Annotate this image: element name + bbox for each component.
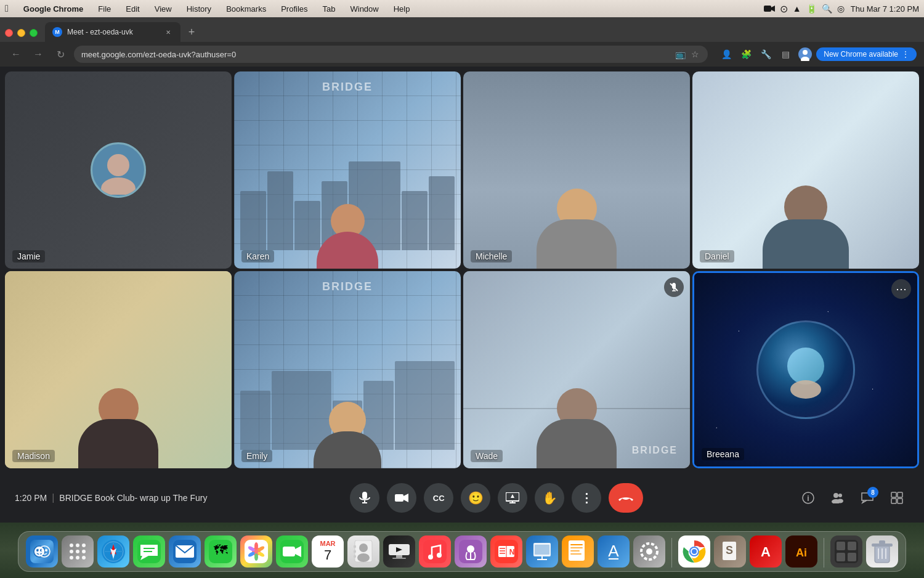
- bookmark-icon[interactable]: ☆: [689, 49, 700, 60]
- back-button[interactable]: ←: [7, 46, 25, 63]
- apple-menu[interactable]: : [5, 3, 9, 14]
- dock-item-pages[interactable]: [562, 535, 594, 568]
- dock-item-illustrator[interactable]: Ai: [785, 535, 817, 568]
- madison-name: Madison: [12, 450, 55, 462]
- present-button[interactable]: [498, 483, 527, 513]
- url-text: meet.google.com/ezt-oeda-uvk?authuser=0: [81, 50, 236, 59]
- svg-point-36: [45, 549, 47, 552]
- svg-rect-95: [535, 545, 549, 555]
- menu-tab[interactable]: Tab: [320, 3, 338, 15]
- video-tile-jamie: Jamie: [5, 71, 232, 269]
- battery-icon[interactable]: 🔋: [806, 4, 817, 14]
- menu-bar:  Google Chrome File Edit View History B…: [0, 0, 924, 17]
- url-actions: 📺 ☆: [675, 49, 700, 60]
- sidebar-icon[interactable]: ▤: [777, 46, 794, 63]
- calendar-month: MAR: [320, 540, 335, 547]
- dock-item-scrivener[interactable]: S: [714, 535, 746, 568]
- dock-item-calendar[interactable]: MAR 7: [312, 535, 344, 568]
- menu-bookmarks[interactable]: Bookmarks: [224, 3, 269, 15]
- video-tile-emily: BRIDGE Emily: [234, 271, 461, 468]
- url-bar[interactable]: meet.google.com/ezt-oeda-uvk?authuser=0 …: [74, 46, 708, 63]
- menu-view[interactable]: View: [152, 3, 174, 15]
- menu-history[interactable]: History: [184, 3, 214, 15]
- forward-button[interactable]: →: [30, 46, 47, 63]
- search-menubar-icon[interactable]: 🔍: [822, 4, 832, 14]
- cc-button[interactable]: CC: [424, 483, 453, 513]
- wifi-icon[interactable]: ▲: [793, 4, 801, 14]
- breeana-more-options[interactable]: ⋯: [891, 279, 911, 299]
- emoji-button[interactable]: 🙂: [461, 483, 490, 513]
- svg-point-61: [254, 542, 258, 550]
- info-button[interactable]: i: [796, 486, 821, 510]
- svg-text:Ai: Ai: [796, 547, 807, 559]
- dock-item-appletv[interactable]: [383, 535, 415, 568]
- profile-icon[interactable]: 👤: [718, 46, 735, 63]
- dock-item-news[interactable]: N: [490, 535, 522, 568]
- people-button[interactable]: [825, 486, 850, 510]
- meeting-name: BRIDGE Book Club- wrap up The Fury: [59, 493, 207, 503]
- dock-item-keynote[interactable]: [526, 535, 558, 568]
- account-icon[interactable]: [796, 46, 814, 63]
- end-call-button[interactable]: [609, 483, 643, 513]
- cast-icon[interactable]: 📺: [675, 49, 686, 60]
- dock-item-safari[interactable]: [97, 535, 129, 568]
- menu-profiles[interactable]: Profiles: [278, 3, 310, 15]
- dock-item-maps[interactable]: 🗺: [205, 535, 237, 568]
- dock-item-chrome[interactable]: [678, 535, 710, 568]
- activities-button[interactable]: [885, 486, 909, 510]
- raise-hand-button[interactable]: ✋: [535, 483, 564, 513]
- emily-bridge-logo: BRIDGE: [322, 280, 373, 293]
- new-chrome-more-icon: ⋮: [902, 50, 909, 59]
- svg-rect-97: [570, 544, 583, 545]
- dock-item-mail[interactable]: [169, 535, 201, 568]
- close-window-button[interactable]: [5, 29, 13, 37]
- svg-point-37: [70, 543, 73, 547]
- tab-close-button[interactable]: ✕: [163, 27, 173, 37]
- dock-item-finder[interactable]: [26, 535, 58, 568]
- dock-item-settings[interactable]: [633, 535, 665, 568]
- dock-item-music[interactable]: [419, 535, 451, 568]
- active-tab[interactable]: M Meet - ezt-oeda-uvk ✕: [45, 22, 180, 42]
- menu-edit[interactable]: Edit: [123, 3, 142, 15]
- app-name[interactable]: Google Chrome: [21, 3, 86, 15]
- minimize-window-button[interactable]: [17, 29, 25, 37]
- svg-rect-80: [423, 540, 447, 563]
- more-options-button[interactable]: ⋮: [572, 483, 601, 513]
- svg-rect-117: [848, 553, 856, 561]
- dock-item-launchpad[interactable]: [62, 535, 94, 568]
- extension-2-icon[interactable]: 🔧: [757, 46, 774, 63]
- mic-button[interactable]: [350, 483, 379, 513]
- dock-item-photos[interactable]: [240, 535, 272, 568]
- new-chrome-button[interactable]: New Chrome available ⋮: [816, 47, 917, 61]
- siri-icon[interactable]: ◎: [837, 4, 845, 14]
- svg-point-44: [76, 556, 79, 560]
- menu-window[interactable]: Window: [347, 3, 381, 15]
- svg-point-40: [70, 550, 73, 553]
- dock-item-podcasts[interactable]: [455, 535, 487, 568]
- wade-mute-icon: [664, 277, 684, 297]
- svg-text:i: i: [807, 494, 809, 503]
- dock-item-messages[interactable]: [133, 535, 165, 568]
- extensions-icon[interactable]: 🧩: [737, 46, 755, 63]
- control-center-icon[interactable]: ⊙: [780, 3, 788, 15]
- dock-item-contacts[interactable]: [347, 535, 379, 568]
- dock-item-trash[interactable]: [866, 535, 898, 568]
- new-tab-button[interactable]: +: [183, 25, 200, 42]
- menu-help[interactable]: Help: [391, 3, 413, 15]
- address-bar: ← → ↻ meet.google.com/ezt-oeda-uvk?authu…: [0, 42, 924, 67]
- chat-button[interactable]: 8: [855, 486, 880, 510]
- video-grid: Jamie BRIDGE Karen Michelle: [0, 67, 924, 473]
- svg-point-64: [254, 553, 258, 561]
- dock-item-facetime[interactable]: [276, 535, 308, 568]
- dock-item-photolibrary[interactable]: [830, 535, 862, 568]
- jamie-avatar-image: [94, 145, 143, 195]
- reload-button[interactable]: ↻: [52, 46, 69, 63]
- traffic-lights: [5, 29, 38, 42]
- camera-button[interactable]: [387, 483, 416, 513]
- dock-item-appstore[interactable]: A: [598, 535, 630, 568]
- dock-item-acrobat[interactable]: A: [750, 535, 782, 568]
- svg-rect-25: [891, 492, 896, 497]
- svg-rect-75: [354, 555, 356, 558]
- menu-file[interactable]: File: [95, 3, 113, 15]
- maximize-window-button[interactable]: [30, 29, 38, 37]
